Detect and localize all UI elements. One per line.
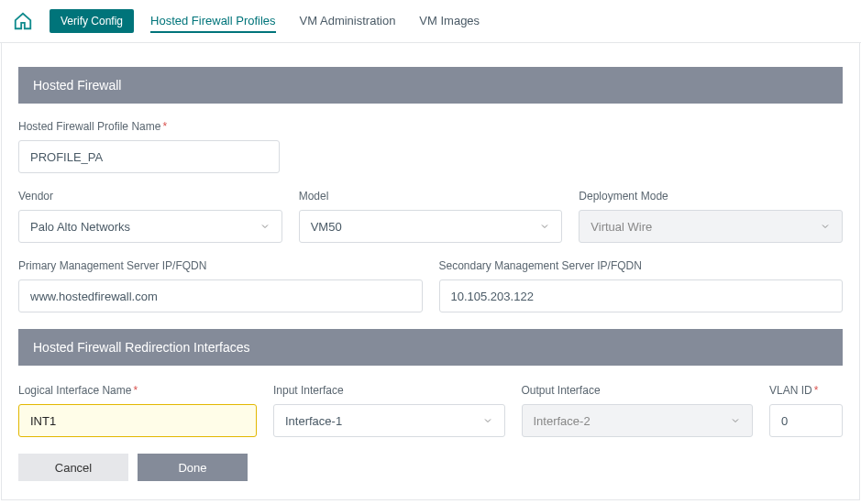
section-header-redirection: Hosted Firewall Redirection Interfaces [18,329,843,366]
chevron-down-icon [539,221,550,232]
chevron-down-icon [259,221,270,232]
input-if-label: Input Interface [273,384,505,397]
output-if-label: Output Interface [522,384,754,397]
deploy-label: Deployment Mode [579,190,843,203]
chevron-down-icon [482,415,493,426]
verify-config-button[interactable]: Verify Config [50,9,134,33]
model-label: Model [299,190,563,203]
vendor-select[interactable]: Palo Alto Networks [18,210,282,243]
output-if-select: Interface-2 [522,404,754,437]
logical-if-input[interactable]: INT1 [18,404,257,437]
topbar: Verify Config Hosted Firewall Profiles V… [0,0,861,43]
profile-name-label: Hosted Firewall Profile Name [18,120,843,133]
tab-vm-administration[interactable]: VM Administration [300,10,396,33]
tabs: Hosted Firewall Profiles VM Administrati… [150,10,480,33]
model-value: VM50 [311,220,342,234]
chevron-down-icon [730,415,741,426]
secondary-mgmt-input[interactable]: 10.105.203.122 [439,279,844,312]
primary-mgmt-input[interactable]: www.hostedfirewall.com [18,279,423,312]
chevron-down-icon [820,221,831,232]
deploy-value: Virtual Wire [591,220,652,234]
primary-mgmt-label: Primary Management Server IP/FQDN [18,259,423,272]
done-button[interactable]: Done [138,454,248,481]
secondary-mgmt-label: Secondary Management Server IP/FQDN [439,259,844,272]
vlan-id-input[interactable]: 0 [769,404,843,437]
tab-hosted-firewall-profiles[interactable]: Hosted Firewall Profiles [150,10,276,33]
action-buttons: Cancel Done [18,454,843,481]
cancel-button[interactable]: Cancel [18,454,128,481]
vlan-id-label: VLAN ID [769,384,843,397]
output-if-value: Interface-2 [534,414,591,428]
input-if-select[interactable]: Interface-1 [273,404,505,437]
home-icon[interactable] [13,11,33,31]
vendor-value: Palo Alto Networks [30,220,130,234]
vendor-label: Vendor [18,190,282,203]
input-if-value: Interface-1 [285,414,342,428]
model-select[interactable]: VM50 [299,210,563,243]
logical-if-label: Logical Interface Name [18,384,257,397]
section-header-hosted-firewall: Hosted Firewall [18,67,843,104]
content: Hosted Firewall Hosted Firewall Profile … [1,43,860,500]
profile-name-input[interactable]: PROFILE_PA [18,140,280,173]
tab-vm-images[interactable]: VM Images [419,10,480,33]
deployment-mode-select: Virtual Wire [579,210,843,243]
